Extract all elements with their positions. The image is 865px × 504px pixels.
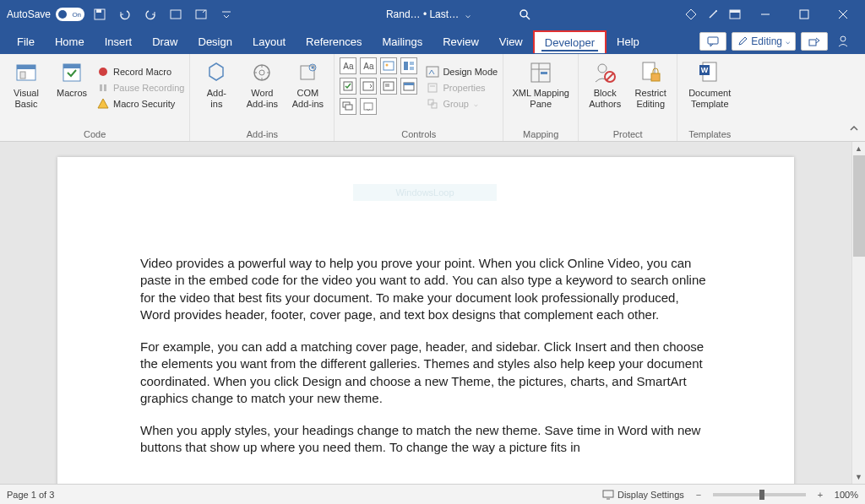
- vertical-scrollbar[interactable]: ▲ ▼: [851, 142, 865, 484]
- svg-rect-50: [432, 103, 437, 108]
- title-dropdown-icon[interactable]: ⌵: [465, 10, 471, 19]
- properties-icon: [426, 81, 439, 95]
- tab-developer[interactable]: Developer: [533, 30, 607, 53]
- display-icon: [602, 490, 614, 500]
- legacy-control-icon[interactable]: [360, 98, 377, 115]
- combobox-control-icon[interactable]: [360, 78, 377, 95]
- macro-security-button[interactable]: Macro Security: [96, 97, 184, 111]
- zoom-slider[interactable]: [713, 493, 806, 496]
- properties-button: Properties: [426, 81, 498, 95]
- dropdown-control-icon[interactable]: [380, 78, 397, 95]
- tab-help[interactable]: Help: [607, 31, 650, 52]
- tab-home[interactable]: Home: [45, 31, 95, 52]
- collapse-ribbon-icon[interactable]: [848, 122, 860, 138]
- display-settings-button[interactable]: Display Settings: [602, 490, 684, 500]
- qat-dropdown-icon[interactable]: [216, 4, 237, 24]
- svg-rect-42: [404, 83, 414, 85]
- scroll-thumb[interactable]: [853, 155, 865, 257]
- restrict-editing-button[interactable]: Restrict Editing: [629, 57, 672, 110]
- undo-icon[interactable]: [115, 4, 135, 24]
- tab-draw[interactable]: Draw: [142, 31, 188, 52]
- tab-references[interactable]: References: [296, 31, 372, 52]
- qat-icon-1[interactable]: [166, 4, 186, 24]
- svg-rect-54: [541, 72, 547, 74]
- redo-icon[interactable]: [140, 4, 160, 24]
- autosave-label: AutoSave: [7, 8, 51, 20]
- svg-rect-15: [708, 37, 718, 44]
- svg-rect-24: [100, 84, 102, 91]
- maximize-button[interactable]: [786, 2, 823, 27]
- group-templates: W Document Template Templates: [677, 54, 742, 141]
- diamond-icon[interactable]: [681, 4, 701, 24]
- date-picker-control-icon[interactable]: [400, 78, 417, 95]
- group-protect: Block Authors Restrict Editing Protect: [579, 54, 677, 141]
- group-controls: Aa Aa Design: [335, 54, 503, 141]
- document-area: WindowsLoop Video provides a powerful wa…: [0, 142, 865, 484]
- ribbon-display-icon[interactable]: [725, 4, 745, 24]
- tab-design[interactable]: Design: [188, 31, 242, 52]
- svg-rect-31: [384, 62, 394, 70]
- svg-point-30: [312, 67, 314, 69]
- document-template-button[interactable]: W Document Template: [683, 57, 737, 110]
- com-addins-button[interactable]: COM Add-ins: [286, 57, 329, 110]
- autosave-toggle[interactable]: On: [56, 8, 84, 21]
- pause-icon: [96, 81, 110, 95]
- share-button[interactable]: [801, 32, 828, 51]
- document-page[interactable]: WindowsLoop Video provides a powerful wa…: [57, 157, 794, 484]
- comments-button[interactable]: [699, 32, 726, 51]
- minimize-button[interactable]: [747, 2, 784, 27]
- pencil-icon: [737, 36, 748, 46]
- block-authors-button[interactable]: Block Authors: [584, 57, 626, 110]
- scroll-up-icon[interactable]: ▲: [852, 142, 865, 155]
- repeating-control-icon[interactable]: [340, 98, 356, 115]
- save-icon[interactable]: [90, 4, 110, 24]
- svg-rect-49: [428, 100, 433, 105]
- wand-icon[interactable]: [703, 4, 723, 24]
- checkbox-control-icon[interactable]: [340, 78, 356, 95]
- search-icon[interactable]: [518, 8, 531, 21]
- tab-layout[interactable]: Layout: [242, 31, 296, 52]
- addins-button[interactable]: Add- ins: [195, 57, 237, 110]
- svg-line-57: [607, 73, 613, 80]
- editing-mode-button[interactable]: Editing ⌵: [732, 32, 796, 51]
- building-block-control-icon[interactable]: [400, 57, 417, 74]
- zoom-level[interactable]: 100%: [835, 490, 858, 500]
- svg-rect-44: [345, 105, 352, 110]
- svg-point-32: [386, 64, 389, 67]
- design-mode-button[interactable]: Design Mode: [426, 65, 498, 79]
- word-addins-icon: [248, 59, 275, 86]
- zoom-out-button[interactable]: −: [693, 490, 705, 500]
- block-authors-icon: [591, 59, 618, 86]
- page-indicator[interactable]: Page 1 of 3: [7, 490, 54, 500]
- warning-icon: [96, 97, 110, 111]
- tab-file[interactable]: File: [7, 31, 45, 52]
- visual-basic-icon: [13, 59, 40, 86]
- svg-point-5: [520, 10, 527, 17]
- qat-icon-2[interactable]: [191, 4, 211, 24]
- com-addins-icon: [294, 59, 321, 86]
- title-bar: AutoSave On Rand… • Last… ⌵: [0, 0, 865, 29]
- group-mapping: XML Mapping Pane Mapping: [503, 54, 579, 141]
- rich-text-control-icon[interactable]: Aa: [340, 57, 356, 74]
- word-addins-button[interactable]: Word Add-ins: [241, 57, 283, 110]
- plain-text-control-icon[interactable]: Aa: [360, 57, 377, 74]
- xml-mapping-button[interactable]: XML Mapping Pane: [509, 57, 573, 110]
- tab-insert[interactable]: Insert: [95, 31, 143, 52]
- tab-view[interactable]: View: [489, 31, 533, 52]
- control-gallery[interactable]: Aa Aa: [340, 57, 417, 115]
- close-button[interactable]: [824, 2, 862, 27]
- paragraph[interactable]: For example, you can add a matching cove…: [140, 339, 711, 407]
- zoom-in-button[interactable]: +: [814, 490, 826, 500]
- record-macro-button[interactable]: Record Macro: [96, 65, 184, 79]
- visual-basic-button[interactable]: Visual Basic: [5, 57, 47, 110]
- macros-button[interactable]: Macros: [51, 57, 93, 99]
- svg-rect-16: [809, 40, 816, 46]
- scroll-down-icon[interactable]: ▼: [852, 470, 865, 484]
- paragraph[interactable]: Video provides a powerful way to help yo…: [140, 255, 711, 323]
- svg-line-6: [526, 16, 530, 19]
- tab-review[interactable]: Review: [432, 31, 489, 52]
- account-icon[interactable]: [833, 31, 853, 51]
- paragraph[interactable]: When you apply styles, your headings cha…: [140, 422, 711, 457]
- tab-mailings[interactable]: Mailings: [373, 31, 433, 52]
- picture-control-icon[interactable]: [380, 57, 397, 74]
